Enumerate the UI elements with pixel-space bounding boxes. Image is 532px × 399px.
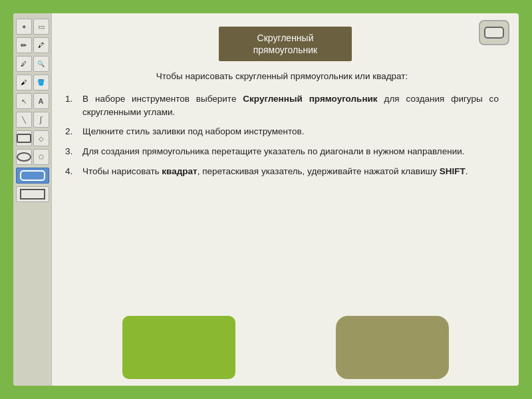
tool-row-1 [16, 19, 49, 35]
brush-icon: 🖌 [21, 79, 27, 86]
tool-row-3: 🖊 🔍 [16, 56, 49, 72]
magnify-icon: 🔍 [37, 61, 45, 67]
poly-icon: ⬠ [39, 154, 44, 160]
demo-olive-rounded-rect [336, 316, 449, 379]
rect-outline-icon [20, 189, 45, 200]
rect-outline-tool[interactable] [16, 186, 49, 202]
tool-row-5: ↖ A [16, 93, 49, 109]
step-4-text: Чтобы нарисовать квадрат, перетаскивая у… [82, 165, 499, 178]
intro-text: Чтобы нарисовать скругленный прямоугольн… [65, 70, 499, 83]
tool-row-8: ⬠ [16, 149, 49, 165]
star-tool[interactable] [16, 19, 32, 35]
step-1: 1. В наборе инструментов выберите Скругл… [65, 92, 499, 118]
curve-icon: ∫ [40, 115, 42, 124]
text-icon: A [39, 97, 44, 105]
step-3-num: 3. [65, 145, 77, 158]
poly-tool[interactable]: ⬠ [33, 149, 49, 165]
step-4-num: 4. [65, 165, 77, 178]
rect-icon [38, 23, 45, 31]
step-1-text: В наборе инструментов выберите Скругленн… [82, 92, 499, 118]
ellipse-shape-icon [17, 152, 31, 162]
pointer-icon: ↖ [21, 98, 27, 105]
pen-tool[interactable]: 🖊 [16, 56, 32, 72]
rhomb-icon: ◇ [39, 135, 44, 142]
title-line1: Скругленный [257, 33, 314, 43]
title-line2: прямоугольник [253, 45, 317, 55]
paint-tool[interactable]: 🪣 [33, 74, 49, 90]
demo-shapes [52, 309, 519, 386]
tool-row-4: 🖌 🪣 [16, 74, 49, 90]
step-3-text: Для создания прямоугольника перетащите у… [82, 145, 499, 158]
tool-row-2: ✏ 🖍 [16, 37, 49, 53]
dropper-tool[interactable]: 🖍 [33, 37, 49, 53]
step-2-text: Щелкните стиль заливки под набором инстр… [82, 125, 499, 138]
paint-icon: 🪣 [37, 79, 45, 86]
ellipse-tool[interactable] [16, 149, 32, 165]
rect-shape-tool[interactable] [16, 130, 32, 146]
brush-tool[interactable]: 🖌 [16, 74, 32, 90]
tool-row-10 [16, 186, 49, 202]
outer-container: ✏ 🖍 🖊 🔍 🖌 🪣 [0, 0, 532, 399]
demo-green-rounded-rect [122, 316, 235, 379]
step-3: 3. Для создания прямоугольника перетащит… [65, 145, 499, 158]
curve-tool[interactable]: ∫ [33, 112, 49, 128]
step-1-num: 1. [65, 92, 77, 118]
title-bar: Скругленный прямоугольник [219, 27, 352, 61]
pen-icon: 🖊 [21, 61, 27, 67]
step-4-bold: квадрат [162, 166, 197, 176]
steps-list: 1. В наборе инструментов выберите Скругл… [65, 92, 499, 178]
text-tool[interactable]: A [33, 93, 49, 109]
tool-row-6: ╲ ∫ [16, 112, 49, 128]
pencil-tool[interactable]: ✏ [16, 37, 32, 53]
rhomb-tool[interactable]: ◇ [33, 130, 49, 146]
step-2-num: 2. [65, 125, 77, 138]
pencil-icon: ✏ [21, 41, 27, 50]
magnify-tool[interactable]: 🔍 [33, 56, 49, 72]
rounded-rect-active-icon [20, 170, 45, 181]
toolbar: ✏ 🖍 🖊 🔍 🖌 🪣 [13, 13, 52, 386]
tool-row-7: ◇ [16, 130, 49, 146]
rect-shape-icon [17, 134, 31, 143]
step-1-bold: Скругленный прямоугольник [243, 94, 377, 104]
rounded-rect-active-tool[interactable] [16, 168, 49, 184]
dropper-icon: 🖍 [38, 42, 44, 49]
main-content: Скругленный прямоугольник Чтобы нарисова… [52, 13, 519, 386]
line-icon: ╲ [22, 116, 26, 124]
slide-area: ✏ 🖍 🖊 🔍 🖌 🪣 [13, 13, 519, 386]
corner-icon [479, 20, 509, 45]
step-2: 2. Щелкните стиль заливки под набором ин… [65, 125, 499, 138]
step-4: 4. Чтобы нарисовать квадрат, перетаскива… [65, 165, 499, 178]
line-tool[interactable]: ╲ [16, 112, 32, 128]
rect-tool[interactable] [33, 19, 49, 35]
text-content: Чтобы нарисовать скругленный прямоугольн… [52, 61, 519, 191]
tool-row-9 [16, 168, 49, 184]
pointer-tool[interactable]: ↖ [16, 93, 32, 109]
rounded-rect-preview [484, 27, 504, 39]
shift-text: SHIFT [440, 166, 466, 176]
star-icon [21, 23, 27, 31]
